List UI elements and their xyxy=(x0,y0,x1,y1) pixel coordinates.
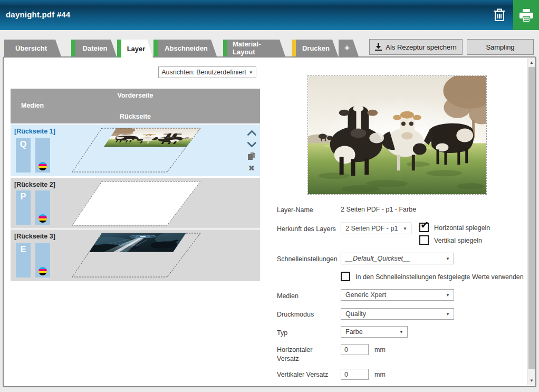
quickset-label: Schnelleinstellungen xyxy=(277,255,339,264)
tab-accent-green xyxy=(71,40,75,56)
use-quickset-values-checkbox[interactable] xyxy=(341,272,350,281)
save-as-recipe-label: Als Rezeptur speichern xyxy=(386,43,456,51)
print-mode-select[interactable]: Quality ▼ xyxy=(341,308,454,320)
mirror-vertical-checkbox[interactable] xyxy=(419,235,429,245)
document-title: daynight.pdf #44 xyxy=(6,10,70,19)
app-window: daynight.pdf #44 xyxy=(0,0,539,392)
tab-label: Drucken xyxy=(302,44,330,52)
printer-icon xyxy=(519,8,534,22)
type-value: Farbe xyxy=(345,328,363,336)
chevron-down-icon: ▼ xyxy=(399,330,403,334)
color-mode-bar xyxy=(35,190,50,225)
delete-layer-button[interactable]: ✖ xyxy=(247,164,256,172)
layer-thumbnail-night[interactable] xyxy=(61,230,214,281)
color-mode-bar xyxy=(35,138,50,173)
mirror-horizontal-checkbox[interactable]: ✔ xyxy=(419,223,429,232)
vertical-offset-unit: mm xyxy=(374,371,386,378)
layer-name-label: Layer-Name xyxy=(277,206,339,215)
vertical-scrollbar[interactable]: ▲ ▼ xyxy=(527,58,535,385)
chevron-down-icon: ▼ xyxy=(446,256,450,261)
badge-letter: P xyxy=(16,192,31,202)
layer-origin-label: Herkunft des Layers xyxy=(277,225,339,234)
cmyk-icon xyxy=(38,267,47,275)
media-value: Generic Xpert xyxy=(345,291,386,299)
copy-icon xyxy=(247,152,256,160)
layer-name-value: 2 Seiten PDF - p1 - Farbe xyxy=(341,206,416,213)
media-table-header: Vorderseite Medien Rückseite xyxy=(11,89,260,123)
tab-material-layout[interactable]: Material-Layout xyxy=(223,40,285,56)
scroll-up-arrow-icon[interactable]: ▲ xyxy=(527,59,536,66)
type-select[interactable]: Farbe ▼ xyxy=(341,326,408,338)
layer-thumbnail-day[interactable] xyxy=(61,125,214,176)
check-icon: ✔ xyxy=(420,220,429,230)
column-medien: Medien xyxy=(21,102,44,109)
mirror-horizontal-label: Horizontal spiegeln xyxy=(434,224,490,232)
layer-row-rueckseite-1[interactable]: [Rückseite 1] Q xyxy=(11,125,260,176)
layer-thumbnail-blank[interactable] xyxy=(61,178,214,229)
row-label: [Rückseite 3] xyxy=(14,233,55,240)
align-dropdown[interactable]: Ausrichten: Benutzerdefiniert ▼ xyxy=(158,66,256,78)
delete-job-button[interactable] xyxy=(492,7,507,23)
align-dropdown-value: Ausrichten: Benutzerdefiniert xyxy=(161,69,246,76)
chevron-down-icon: ▼ xyxy=(446,293,450,298)
row-label: [Rückseite 1] xyxy=(14,128,55,135)
tab-label: Übersicht xyxy=(15,44,47,52)
scroll-down-arrow-icon[interactable]: ▼ xyxy=(527,377,536,385)
horizontal-offset-input[interactable] xyxy=(341,344,369,355)
cmyk-icon xyxy=(38,214,47,223)
print-button[interactable] xyxy=(513,0,539,30)
vertical-offset-input[interactable] xyxy=(341,369,369,380)
media-badge-bar: P xyxy=(16,190,31,225)
scrollbar-thumb[interactable] xyxy=(528,67,535,369)
badge-letter: E xyxy=(16,245,31,254)
media-badge-bar: E xyxy=(16,243,31,278)
tab-label: Material-Layout xyxy=(233,40,278,56)
tab-accent-green xyxy=(223,40,227,56)
plus-icon: + xyxy=(344,43,350,53)
column-vorderseite: Vorderseite xyxy=(11,92,260,99)
layer-origin-select[interactable]: 2 Seiten PDF - p1 ▼ xyxy=(341,223,411,234)
close-icon: ✖ xyxy=(248,164,255,172)
tab-accent-green xyxy=(153,40,158,56)
chevron-up-icon xyxy=(247,130,256,136)
tab-layer[interactable]: Layer xyxy=(117,40,153,58)
print-mode-value: Quality xyxy=(345,310,366,318)
layer-origin-value: 2 Seiten PDF - p1 xyxy=(345,225,398,232)
chevron-down-icon: ▼ xyxy=(249,70,253,75)
trash-icon xyxy=(493,8,506,22)
layer-preview-image xyxy=(307,75,487,195)
color-mode-bar xyxy=(35,243,50,278)
download-icon xyxy=(375,43,382,51)
tab-uebersicht[interactable]: Übersicht xyxy=(4,40,61,56)
sampling-label: Sampling xyxy=(486,43,514,51)
quickset-select[interactable]: __Default_Quickset__ ▼ xyxy=(341,253,454,264)
media-select[interactable]: Generic Xpert ▼ xyxy=(341,289,454,301)
title-bar: daynight.pdf #44 xyxy=(0,0,539,30)
media-label: Medien xyxy=(277,292,339,301)
move-layer-up-button[interactable] xyxy=(247,129,256,137)
layer-row-rueckseite-3[interactable]: [Rückseite 3] E xyxy=(11,230,260,281)
cmyk-icon xyxy=(38,162,47,170)
cows-day-image xyxy=(308,76,486,194)
sampling-button[interactable]: Sampling xyxy=(467,39,534,55)
horizontal-offset-label: Horizontaler Versatz xyxy=(277,346,324,364)
tab-accent-green xyxy=(117,40,121,58)
media-badge-bar: Q xyxy=(16,138,31,173)
chevron-down-icon: ▼ xyxy=(403,226,407,231)
tab-add[interactable]: + xyxy=(339,40,359,56)
vertical-offset-label: Vertikaler Versatz xyxy=(277,370,339,379)
print-mode-label: Druckmodus xyxy=(277,310,339,319)
duplicate-layer-button[interactable] xyxy=(247,152,256,160)
tab-label: Abschneiden xyxy=(165,44,208,52)
tab-dateien[interactable]: Dateien xyxy=(71,40,117,56)
chevron-down-icon: ▼ xyxy=(446,312,450,317)
type-label: Typ xyxy=(277,329,339,338)
save-as-recipe-button[interactable]: Als Rezeptur speichern xyxy=(369,39,463,55)
tab-accent-yellow xyxy=(292,40,296,56)
tab-abschneiden[interactable]: Abschneiden xyxy=(153,40,217,56)
move-layer-down-button[interactable] xyxy=(247,140,256,149)
use-quickset-values-label: In den Schnelleinstellungen festgelegte … xyxy=(355,273,524,281)
tab-drucken[interactable]: Drucken xyxy=(292,40,338,56)
tab-label: Dateien xyxy=(83,44,108,52)
layer-row-rueckseite-2[interactable]: [Rückseite 2] P xyxy=(11,178,260,228)
